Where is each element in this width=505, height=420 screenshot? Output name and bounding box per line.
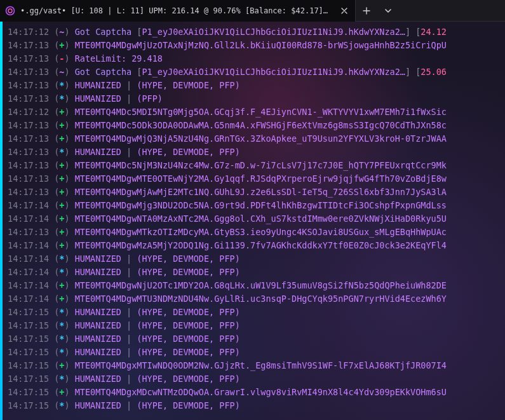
token-value: MTE0MTQ4MDgwNjU2OTc1MDY2OA.G8qLHx.uW1V9L… (75, 280, 447, 290)
log-line: 14:17:14 (*) HUMANIZED | (HYPE, DEVMODE,… (8, 252, 505, 266)
log-line: 14:17:15 (*) HUMANIZED | (HYPE, DEVMODE,… (8, 306, 505, 319)
log-line: 14:17:15 (*) HUMANIZED | (HYPE, DEVMODE,… (8, 372, 505, 386)
humanized-flags: (HYPE, DEVMODE, PFP) (137, 254, 240, 264)
captcha-tail: 25.06 (421, 67, 447, 77)
separator: | (126, 347, 131, 357)
token-value: MTE0MTQ4MDgwMjUzOTAxNjMzNQ.Gll2Lk.bKiiuQ… (75, 40, 447, 50)
timestamp: 14:17:15 (8, 400, 49, 410)
separator: | (126, 93, 131, 104)
timestamp: 14:17:14 (8, 240, 49, 250)
humanized-label: HUMANIZED (75, 307, 121, 317)
app-icon (5, 6, 15, 16)
captcha-label: Got Captcha (75, 67, 131, 77)
timestamp: 14:17:13 (8, 187, 49, 197)
timestamp: 14:17:15 (8, 347, 49, 357)
timestamp: 14:17:15 (8, 334, 49, 344)
humanized-flags: (HYPE, DEVMODE, PFP) (137, 400, 240, 410)
captcha-tail: 24.12 (421, 27, 447, 37)
log-line: 14:17:13 (+) MTE0MTQ4MDc5NjM3NzU4Nzc4Mw.… (8, 159, 505, 172)
timestamp: 14:17:14 (8, 280, 49, 290)
log-line: 14:17:13 (-) RateLimit: 29.418 (8, 52, 505, 65)
timestamp: 14:17:13 (8, 67, 49, 77)
humanized-flags: (HYPE, DEVMODE, PFP) (137, 147, 240, 157)
token-value: MTE0MTQ4MDc5NjM3NzU4Nzc4Mw.G7z-mD.w-7i7c… (75, 160, 447, 170)
timestamp: 14:17:15 (8, 320, 49, 330)
humanized-label: HUMANIZED (75, 400, 121, 410)
log-line: 14:17:12 (~) Got Captcha [P1_eyJ0eXAiOiJ… (8, 25, 505, 39)
log-line: 14:17:15 (*) HUMANIZED | (HYPE, DEVMODE,… (8, 319, 505, 332)
humanized-label: HUMANIZED (75, 374, 121, 384)
separator: | (126, 147, 131, 157)
humanized-label: HUMANIZED (75, 347, 121, 357)
timestamp: 14:17:15 (8, 387, 49, 397)
log-line: 14:17:13 (+) MTE0MTQ4MDgwMjUzOTAxNjMzNQ.… (8, 39, 505, 52)
timestamp: 14:17:14 (8, 254, 49, 264)
log-line: 14:17:13 (*) HUMANIZED | (HYPE, DEVMODE,… (8, 146, 505, 159)
humanized-label: HUMANIZED (75, 93, 121, 104)
timestamp: 14:17:15 (8, 360, 49, 370)
tab-dropdown-button[interactable] (377, 0, 399, 22)
humanized-flags: (HYPE, DEVMODE, PFP) (137, 320, 240, 330)
timestamp: 14:17:13 (8, 160, 49, 170)
timestamp: 14:17:13 (8, 120, 49, 130)
token-value: MTE0MTQ4MDc5ODk3ODA0ODAwMA.G5nm4A.xFWSHG… (75, 120, 447, 130)
humanized-flags: (HYPE, DEVMODE, PFP) (137, 307, 240, 317)
token-value: MTE0MTQ4MDgwMTkzOTIzMDcyMA.GtyBS3.ieo9yU… (75, 227, 447, 237)
log-line: 14:17:14 (+) MTE0MTQ4MDgwMjg3NDU2ODc5NA.… (8, 199, 505, 212)
humanized-flags: (HYPE, DEVMODE, PFP) (137, 267, 240, 277)
separator: | (126, 320, 131, 330)
humanized-flags: (HYPE, DEVMODE, PFP) (137, 80, 240, 90)
token-value: MTE0MTQ4MDgwMjQ3NjA5NzU4Ng.GRnTGx.3ZkoAp… (75, 133, 447, 144)
new-tab-button[interactable] (356, 0, 377, 22)
timestamp: 14:17:14 (8, 213, 49, 224)
captcha-token: P1_eyJ0eXAiOiJKV1QiLCJhbGciOiJIUzI1NiJ9.… (142, 27, 405, 37)
separator: | (126, 254, 131, 264)
ratelimit-value: 29.418 (131, 53, 163, 64)
log-line: 14:17:13 (+) MTE0MTQ4MDgwMTkzOTIzMDcyMA.… (8, 226, 505, 239)
humanized-flags: (HYPE, DEVMODE, PFP) (137, 374, 240, 384)
timestamp: 14:17:15 (8, 374, 49, 384)
left-gutter (0, 22, 3, 420)
svg-point-1 (8, 9, 12, 13)
timestamp: 14:17:13 (8, 227, 49, 237)
log-line: 14:17:15 (+) MTE0MTQ4MDgxMDcwNTMzODQwOA.… (8, 386, 505, 399)
token-value: MTE0MTQ4MDc5MDI5NTg0Mjg5OA.GCqj3f.F_4EJi… (75, 107, 447, 117)
token-value: MTE0MTQ4MDgxMDcwNTMzODQwOA.GrawrI.vlwgv8… (75, 387, 447, 397)
ratelimit-label: RateLimit: (75, 53, 126, 64)
log-line: 14:17:13 (+) MTE0MTQ4MDgwMjAwMjE2MTc1NQ.… (8, 186, 505, 199)
separator: | (126, 400, 131, 410)
terminal-output[interactable]: 14:17:12 (~) Got Captcha [P1_eyJ0eXAiOiJ… (0, 22, 505, 420)
log-line: 14:17:13 (~) Got Captcha [P1_eyJ0eXAiOiJ… (8, 65, 505, 79)
token-value: MTE0MTQ4MDgwMTE0OTEwNjY2MA.Gy1qqf.RJSdqP… (75, 173, 447, 184)
log-line: 14:17:15 (*) HUMANIZED | (HYPE, DEVMODE,… (8, 346, 505, 359)
timestamp: 14:17:13 (8, 80, 49, 90)
titlebar: •.gg/vast• [U: 108 | L: 11] UPM: 216.14 … (0, 0, 505, 22)
log-line: 14:17:13 (*) HUMANIZED | (PFP) (8, 92, 505, 105)
timestamp: 14:17:13 (8, 40, 49, 50)
separator: | (126, 334, 131, 344)
log-line: 14:17:15 (*) HUMANIZED | (HYPE, DEVMODE,… (8, 332, 505, 346)
token-value: MTE0MTQ4MDgwMTU3NDMzNDU4Nw.GyLlRi.uc3nsq… (75, 294, 447, 304)
timestamp: 14:17:12 (8, 27, 49, 37)
token-value: MTE0MTQ4MDgwNTA0MzAxNTc2MA.Ggg8ol.CXh_uS… (75, 213, 447, 224)
separator: | (126, 374, 131, 384)
humanized-flags: (HYPE, DEVMODE, PFP) (137, 334, 240, 344)
timestamp: 14:17:13 (8, 147, 49, 157)
log-line: 14:17:13 (*) HUMANIZED | (HYPE, DEVMODE,… (8, 79, 505, 92)
log-line: 14:17:13 (+) MTE0MTQ4MDgwMTE0OTEwNjY2MA.… (8, 172, 505, 186)
humanized-label: HUMANIZED (75, 80, 121, 90)
tab-active[interactable]: •.gg/vast• [U: 108 | L: 11] UPM: 216.14 … (0, 0, 356, 22)
log-line: 14:17:14 (+) MTE0MTQ4MDgwNjU2OTc1MDY2OA.… (8, 279, 505, 292)
log-line: 14:17:14 (+) MTE0MTQ4MDgwMzA5MjY2ODQ1Ng.… (8, 239, 505, 252)
separator: | (126, 80, 131, 90)
log-line: 14:17:12 (+) MTE0MTQ4MDc5MDI5NTg0Mjg5OA.… (8, 105, 505, 119)
captcha-token: P1_eyJ0eXAiOiJKV1QiLCJhbGciOiJIUzI1NiJ9.… (142, 67, 405, 77)
tab-close-button[interactable] (340, 5, 349, 17)
timestamp: 14:17:14 (8, 294, 49, 304)
token-value: MTE0MTQ4MDgwMjg3NDU2ODc5NA.G9rt9d.PDFt4l… (75, 200, 447, 210)
svg-point-0 (6, 6, 15, 15)
humanized-label: HUMANIZED (75, 147, 121, 157)
captcha-label: Got Captcha (75, 27, 131, 37)
timestamp: 14:17:12 (8, 107, 49, 117)
timestamp: 14:17:13 (8, 173, 49, 184)
